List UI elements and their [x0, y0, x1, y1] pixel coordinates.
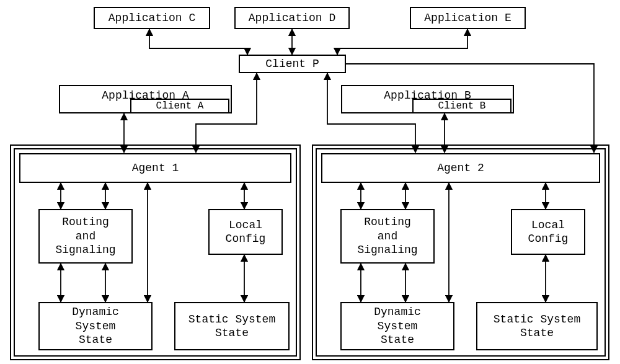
client-b-box: Client B: [412, 99, 512, 113]
application-c-box: Application C: [94, 7, 210, 29]
agent2-routing-box: Routing and Signaling: [340, 209, 435, 264]
client-b-label: Client B: [438, 100, 486, 112]
agent2-label: Agent 2: [437, 161, 484, 175]
application-e-box: Application E: [410, 7, 526, 29]
agent1-box: Agent 1: [19, 153, 291, 183]
application-d-box: Application D: [234, 7, 350, 29]
agent2-static-state-box: Static System State: [476, 302, 598, 350]
agent2-dynamic-state-label: Dynamic System State: [374, 305, 421, 347]
agent1-local-config-label: Local Config: [226, 218, 266, 246]
agent1-local-config-box: Local Config: [208, 209, 283, 255]
agent1-routing-label: Routing and Signaling: [55, 215, 115, 257]
agent1-dynamic-state-box: Dynamic System State: [38, 302, 153, 350]
agent1-routing-box: Routing and Signaling: [38, 209, 133, 264]
application-c-label: Application C: [108, 11, 195, 25]
agent2-dynamic-state-box: Dynamic System State: [340, 302, 454, 350]
agent1-label: Agent 1: [132, 161, 179, 175]
agent1-dynamic-state-label: Dynamic System State: [72, 305, 119, 347]
client-a-box: Client A: [130, 99, 229, 113]
agent1-static-state-label: Static System State: [188, 313, 275, 340]
agent2-local-config-label: Local Config: [528, 218, 569, 246]
agent1-static-state-box: Static System State: [174, 302, 290, 350]
client-a-label: Client A: [156, 100, 204, 112]
agent2-routing-label: Routing and Signaling: [357, 215, 417, 257]
agent2-local-config-box: Local Config: [511, 209, 585, 255]
agent2-box: Agent 2: [321, 153, 600, 183]
application-d-label: Application D: [249, 11, 335, 25]
client-p-box: Client P: [239, 55, 346, 73]
client-p-label: Client P: [265, 57, 319, 71]
application-e-label: Application E: [424, 11, 511, 25]
agent2-static-state-label: Static System State: [494, 313, 580, 340]
